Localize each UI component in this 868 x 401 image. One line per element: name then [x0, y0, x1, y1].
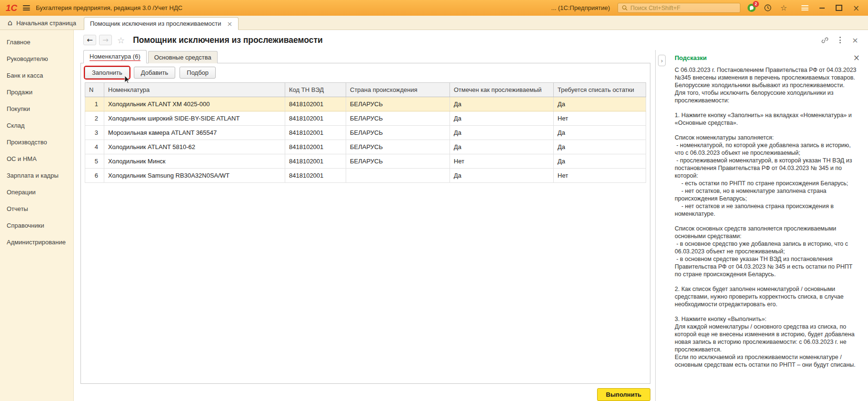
cell-writeoff[interactable]: Да — [554, 97, 646, 111]
execute-button[interactable]: Выполнить — [597, 388, 650, 401]
cell-traceable[interactable]: Да — [450, 111, 554, 126]
cell-tnved-code[interactable]: 8418102001 — [285, 111, 346, 126]
page-tabs: Номенклатура (6) Основные средства — [83, 50, 650, 63]
cell-number[interactable]: 2 — [85, 111, 104, 126]
favorite-star-icon[interactable]: ☆ — [117, 35, 125, 45]
cell-nomenclature[interactable]: Холодильник ATLANT XM 4025-000 — [104, 97, 285, 111]
sidebar-item[interactable]: Операции — [0, 184, 73, 200]
cell-traceable[interactable]: Да — [450, 140, 554, 154]
favorites-icon[interactable]: ☆ — [778, 3, 789, 13]
cell-writeoff[interactable]: Нет — [554, 169, 646, 183]
discussions-icon[interactable]: 2 — [746, 3, 757, 13]
1c-logo: 1С — [6, 3, 17, 12]
cell-number[interactable]: 3 — [85, 126, 104, 140]
minimize-button[interactable] — [817, 3, 827, 13]
add-button[interactable]: Добавить — [134, 67, 175, 79]
page-tab-label: Основные средства — [154, 54, 211, 61]
cell-number[interactable]: 6 — [85, 169, 104, 183]
sidebar-item[interactable]: Зарплата и кадры — [0, 167, 73, 184]
collapse-hints-button[interactable]: › — [658, 55, 666, 66]
cell-traceable[interactable]: Да — [450, 97, 554, 111]
column-header[interactable]: N — [85, 83, 104, 97]
column-header[interactable]: Номенклатура — [104, 83, 285, 97]
home-tab[interactable]: ⌂ Начальная страница — [5, 19, 84, 30]
page-tab[interactable]: Основные средства — [148, 51, 218, 63]
sidebar-item[interactable]: Администрирование — [0, 234, 73, 251]
main-menu-icon[interactable] — [23, 5, 30, 10]
sidebar-item[interactable]: Производство — [0, 134, 73, 150]
cell-writeoff[interactable]: Нет — [554, 111, 646, 126]
cell-nomenclature[interactable]: Холодильник Минск — [104, 154, 285, 169]
column-header[interactable]: Требуется списать остатки — [554, 83, 646, 97]
cell-country[interactable]: БЕЛАРУСЬ — [346, 154, 450, 169]
cell-writeoff[interactable]: Да — [554, 126, 646, 140]
table-row[interactable]: 2 Холодильник широкий SIDE-BY-SIDE ATLAN… — [85, 111, 646, 126]
close-form-icon[interactable]: × — [849, 36, 861, 45]
table-row[interactable]: 3 Морозильная камера ATLANT 365547 84181… — [85, 126, 646, 140]
sidebar-item[interactable]: Склад — [0, 117, 73, 134]
sidebar-item[interactable]: Продажи — [0, 84, 73, 100]
mouse-cursor-icon — [124, 76, 130, 84]
forward-button[interactable]: → — [99, 35, 112, 45]
maximize-button[interactable] — [834, 3, 844, 13]
sidebar-item[interactable]: Главное — [0, 34, 73, 50]
cell-country[interactable]: БЕЛАРУСЬ — [346, 97, 450, 111]
command-bar: Заполнить Добавить Подбор — [81, 63, 650, 81]
tools-menu-icon[interactable] — [799, 3, 810, 13]
close-window-button[interactable]: × — [851, 3, 861, 13]
sidebar-item[interactable]: ОС и НМА — [0, 150, 73, 167]
sidebar-item[interactable]: Отчеты — [0, 200, 73, 217]
cell-number[interactable]: 1 — [85, 97, 104, 111]
table-row[interactable]: 5 Холодильник Минск 8418102001 БЕЛАРУСЬ … — [85, 154, 646, 169]
cell-nomenclature[interactable]: Холодильник Samsung RB30A32N0SA/WT — [104, 169, 285, 183]
cell-writeoff[interactable]: Да — [554, 154, 646, 169]
cell-traceable[interactable]: Да — [450, 169, 554, 183]
sidebar-item[interactable]: Руководителю — [0, 50, 73, 67]
history-icon[interactable] — [762, 3, 773, 13]
document-tab-label: Помощник исключения из прослеживаемости — [90, 20, 221, 27]
cell-tnved-code[interactable]: 8418102001 — [285, 169, 346, 183]
hint-paragraph: 1. Нажмите кнопку «Заполнить» на вкладка… — [675, 111, 860, 127]
cell-number[interactable]: 4 — [85, 140, 104, 154]
link-icon[interactable] — [818, 37, 831, 44]
cell-nomenclature[interactable]: Холодильник ATLANT 5810-62 — [104, 140, 285, 154]
cell-nomenclature[interactable]: Холодильник широкий SIDE-BY-SIDE ATLANT — [104, 111, 285, 126]
column-header[interactable]: Страна происхождения — [346, 83, 450, 97]
more-menu-icon[interactable] — [834, 37, 846, 43]
cell-writeoff[interactable]: Да — [554, 140, 646, 154]
cell-tnved-code[interactable]: 8418102001 — [285, 126, 346, 140]
table-row[interactable]: 4 Холодильник ATLANT 5810-62 8418102001 … — [85, 140, 646, 154]
document-tab-active[interactable]: Помощник исключения из прослеживаемости … — [84, 17, 239, 30]
cell-number[interactable]: 5 — [85, 154, 104, 169]
hint-paragraph: Список номенклатуры заполняется: - номен… — [675, 134, 860, 218]
column-header[interactable]: Код ТН ВЭД — [285, 83, 346, 97]
cell-traceable[interactable]: Да — [450, 126, 554, 140]
sidebar-item[interactable]: Покупки — [0, 100, 73, 117]
global-search[interactable] — [618, 3, 740, 13]
pick-button[interactable]: Подбор — [180, 67, 216, 79]
cell-tnved-code[interactable]: 8418102001 — [285, 140, 346, 154]
close-hints-icon[interactable]: × — [853, 54, 860, 62]
search-input[interactable] — [630, 5, 736, 11]
cell-tnved-code[interactable]: 8418102001 — [285, 154, 346, 169]
cell-country[interactable]: БЕЛАРУСЬ — [346, 126, 450, 140]
table-header-row: NНоменклатураКод ТН ВЭДСтрана происхожде… — [85, 83, 646, 97]
sidebar-item[interactable]: Банк и касса — [0, 67, 73, 84]
close-tab-icon[interactable]: × — [227, 20, 232, 28]
cell-traceable[interactable]: Нет — [450, 154, 554, 169]
sidebar-item[interactable]: Справочники — [0, 217, 73, 234]
column-header[interactable]: Отмечен как прослеживаемый — [450, 83, 554, 97]
back-button[interactable]: ← — [83, 35, 96, 45]
cell-country[interactable] — [346, 169, 450, 183]
cell-nomenclature[interactable]: Морозильная камера ATLANT 365547 — [104, 126, 285, 140]
page-tab[interactable]: Номенклатура (6) — [83, 50, 147, 63]
cell-tnved-code[interactable]: 8418102001 — [285, 97, 346, 111]
table-row[interactable]: 1 Холодильник ATLANT XM 4025-000 8418102… — [85, 97, 646, 111]
hint-paragraph: 2. Как список будет заполнен номенклатур… — [675, 285, 860, 308]
fill-button[interactable]: Заполнить — [85, 67, 130, 79]
search-icon — [622, 5, 628, 11]
notifications-badge: 2 — [753, 1, 759, 7]
table-row[interactable]: 6 Холодильник Samsung RB30A32N0SA/WT 841… — [85, 169, 646, 183]
cell-country[interactable]: БЕЛАРУСЬ — [346, 111, 450, 126]
cell-country[interactable]: БЕЛАРУСЬ — [346, 140, 450, 154]
